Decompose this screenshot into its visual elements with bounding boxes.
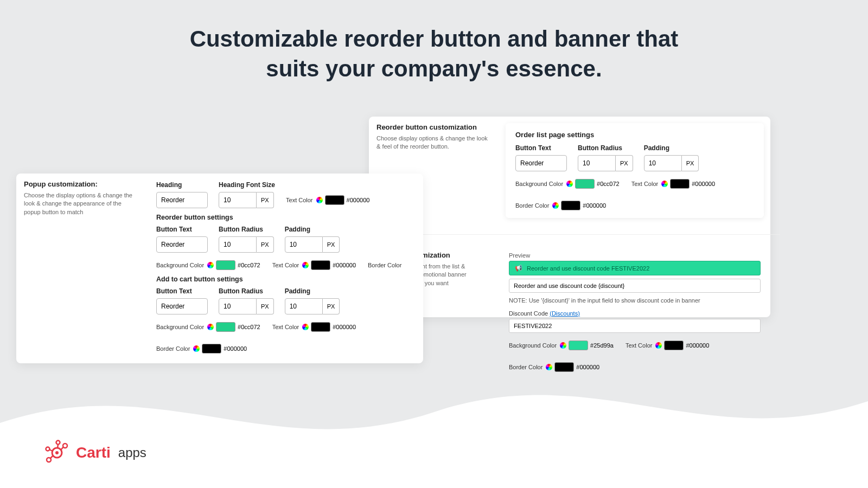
px-unit: PX: [682, 155, 699, 171]
reorder-settings-title: Reorder button settings: [156, 214, 413, 221]
border-swatch: [202, 344, 221, 354]
order-list-card: Order list page settings Button Text But…: [506, 123, 764, 218]
text-swatch: [311, 260, 330, 270]
color-wheel-icon: [207, 324, 214, 330]
color-wheel-icon: [560, 342, 566, 349]
banner-text-input[interactable]: [509, 279, 761, 293]
order-list-title: Order list page settings: [515, 131, 754, 139]
banner-preview: 📢Reorder and use discount code FESTIVE20…: [509, 261, 761, 275]
cart-button-radius-input[interactable]: [219, 298, 257, 314]
color-wheel-icon: [661, 181, 668, 187]
px-unit: PX: [257, 236, 274, 253]
svg-line-8: [58, 445, 58, 448]
text-swatch: [670, 179, 690, 189]
px-unit: PX: [257, 298, 274, 314]
bg-color-picker[interactable]: Background Color#0cc072: [515, 179, 620, 189]
border-color-picker[interactable]: Border Color#000000: [515, 201, 606, 210]
popup-panel: Popup customization: Choose the display …: [16, 174, 423, 363]
wave-decoration: [0, 358, 868, 488]
color-wheel-icon: [316, 197, 323, 203]
color-wheel-icon: [566, 181, 573, 187]
cart-settings-title: Add to cart button settings: [156, 275, 413, 283]
padding-input[interactable]: [644, 155, 682, 171]
discounts-link[interactable]: (Discounts): [550, 310, 580, 317]
button-radius-label: Button Radius: [219, 226, 274, 233]
hero-title: Customizable reorder button and banner t…: [0, 0, 868, 84]
reorder-button-text-input[interactable]: [156, 236, 208, 253]
reorder-padding-input[interactable]: [285, 236, 323, 253]
brand-logo: Carti apps: [43, 439, 146, 466]
color-wheel-icon: [302, 262, 309, 268]
button-radius-label: Button Radius: [219, 287, 274, 295]
color-wheel-icon: [552, 202, 559, 209]
reorder-custom-title: Reorder button customization: [376, 123, 492, 131]
button-radius-input[interactable]: [578, 155, 616, 171]
px-unit: PX: [257, 192, 274, 208]
button-text-input[interactable]: [515, 155, 567, 171]
bg-swatch: [216, 260, 235, 270]
svg-line-6: [50, 455, 53, 459]
padding-label: Padding: [285, 287, 340, 295]
popup-title: Popup customization:: [24, 180, 139, 188]
button-text-label: Button Text: [515, 144, 567, 152]
cart-padding-input[interactable]: [285, 298, 323, 314]
button-radius-label: Button Radius: [578, 144, 633, 152]
heading-label: Heading: [156, 181, 208, 189]
reorder-text-color-picker[interactable]: Text Color#000000: [272, 260, 356, 270]
logo-icon: [43, 439, 71, 466]
padding-label: Padding: [285, 226, 340, 233]
bg-swatch: [569, 341, 588, 350]
color-wheel-icon: [207, 262, 214, 268]
text-swatch: [325, 195, 344, 205]
brand-suffix: apps: [118, 445, 146, 460]
cart-border-color-picker[interactable]: Border Color#000000: [156, 344, 247, 354]
bg-swatch: [216, 322, 235, 332]
color-wheel-icon: [655, 342, 662, 349]
banner-bg-color-picker[interactable]: Background Color#25d99a: [509, 341, 614, 350]
banner-text-color-picker[interactable]: Text Color#000000: [626, 341, 709, 350]
hero-line1: Customizable reorder button and banner t…: [190, 26, 679, 52]
text-swatch: [311, 322, 330, 332]
reorder-bg-color-picker[interactable]: Background Color#0cc072: [156, 260, 260, 270]
button-text-label: Button Text: [156, 226, 208, 233]
text-swatch: [664, 341, 684, 350]
order-banner-panel: Reorder button customization Choose disp…: [369, 117, 770, 317]
heading-font-input[interactable]: [219, 192, 257, 208]
cart-text-color-picker[interactable]: Text Color#000000: [272, 322, 356, 332]
color-wheel-icon: [302, 324, 309, 330]
padding-label: Padding: [644, 144, 699, 152]
reorder-border-color-picker[interactable]: Border Color: [368, 262, 403, 268]
svg-point-1: [55, 451, 59, 454]
cart-button-text-input[interactable]: [156, 298, 208, 314]
heading-font-label: Heading Font Size: [219, 181, 275, 189]
hero-line2: suits your company's essence.: [266, 56, 602, 81]
heading-input[interactable]: [156, 192, 208, 208]
px-unit: PX: [616, 155, 633, 171]
svg-line-7: [61, 447, 63, 450]
svg-point-5: [46, 447, 50, 451]
text-color-picker[interactable]: Text Color#000000: [631, 179, 715, 189]
megaphone-icon: 📢: [515, 265, 522, 272]
discount-code-label: Discount Code: [509, 310, 548, 317]
svg-point-4: [56, 441, 60, 445]
button-text-label: Button Text: [156, 287, 208, 295]
preview-label: Preview: [509, 252, 761, 259]
heading-text-color-picker[interactable]: Text Color#000000: [286, 195, 369, 205]
px-unit: PX: [323, 236, 340, 253]
banner-note: NOTE: Use '{discount}' in the input fiel…: [509, 297, 761, 304]
border-swatch: [561, 201, 580, 210]
reorder-custom-desc: Choose display options & change the look…: [376, 134, 492, 151]
bg-swatch: [575, 179, 595, 189]
brand-name: Carti: [76, 444, 111, 461]
px-unit: PX: [323, 298, 340, 314]
color-wheel-icon: [193, 345, 200, 352]
discount-code-input[interactable]: [509, 319, 761, 333]
reorder-button-radius-input[interactable]: [219, 236, 257, 253]
popup-desc: Choose the display options & change the …: [24, 191, 139, 216]
cart-bg-color-picker[interactable]: Background Color#0cc072: [156, 322, 260, 332]
